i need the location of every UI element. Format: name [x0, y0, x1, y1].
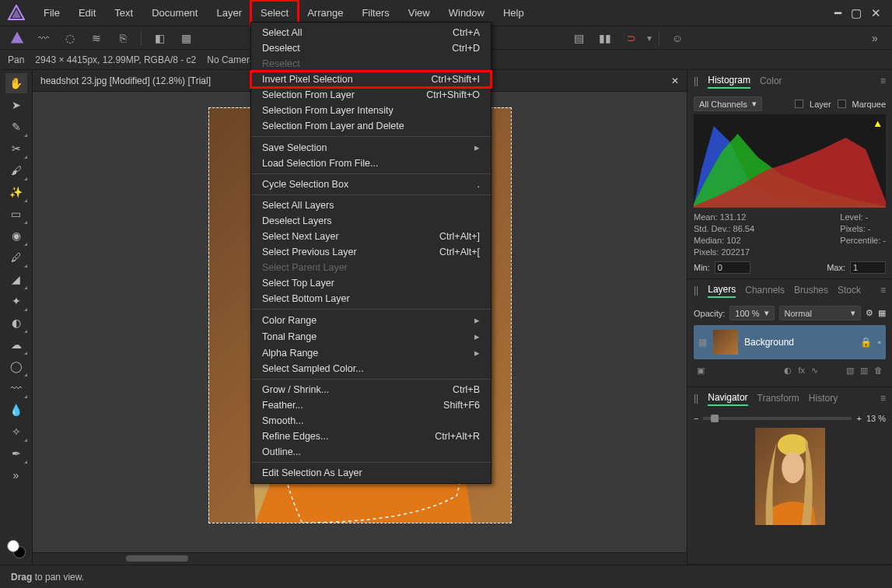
expand-tools-icon[interactable]: » [5, 465, 27, 485]
layer-row[interactable]: ▩ Background 🔒 ◦ [694, 325, 886, 359]
visibility-dot-icon[interactable]: ◦ [878, 337, 881, 348]
menu-item[interactable]: Select AllCtrl+A [251, 25, 491, 40]
selection-brush-tool-icon[interactable]: 🖌 [5, 160, 27, 180]
tab-navigator[interactable]: Navigator [708, 390, 747, 406]
menu-item[interactable]: Smooth... [251, 413, 491, 429]
move-tool-icon[interactable]: ➤ [5, 95, 27, 115]
menu-item[interactable]: Select Sampled Color... [251, 361, 491, 376]
blend-mode-dropdown[interactable]: Normal▾ [779, 306, 861, 320]
liquify-persona-icon[interactable]: 〰 [33, 29, 54, 47]
menu-item[interactable]: Select Next LayerCtrl+Alt+] [251, 229, 491, 244]
zoom-in-button[interactable]: + [856, 414, 861, 423]
tab-histogram[interactable]: Histogram [708, 73, 750, 89]
lock-icon[interactable]: 🔒 [860, 337, 872, 348]
menu-item[interactable]: Feather...Shift+F6 [251, 397, 491, 413]
menu-item[interactable]: Load Selection From File... [251, 156, 491, 171]
foreground-background-color[interactable] [7, 540, 26, 558]
tab-layers[interactable]: Layers [708, 282, 736, 298]
chevron-icon[interactable]: » [864, 29, 886, 47]
menu-layer[interactable]: Layer [207, 1, 251, 25]
menu-item[interactable]: Selection From Layer and Delete [251, 118, 491, 134]
alignment-icon[interactable]: ▮▮ [594, 29, 616, 47]
tab-brushes[interactable]: Brushes [794, 283, 828, 297]
menu-item[interactable]: Select All Layers [251, 198, 491, 213]
export-persona-icon[interactable]: ⎘ [112, 29, 134, 47]
tool-icon[interactable]: ◧ [149, 29, 170, 47]
menu-edit[interactable]: Edit [69, 1, 105, 25]
pan-tool-icon[interactable]: ✋ [5, 73, 27, 93]
inpainting-tool-icon[interactable]: ◐ [5, 313, 27, 333]
marquee-checkbox[interactable] [838, 100, 846, 108]
smudge-tool-icon[interactable]: 〰 [5, 378, 27, 398]
menu-item[interactable]: Cycle Selection Box. [251, 177, 491, 192]
tool-icon[interactable]: ▦ [175, 29, 197, 47]
pen-tool-icon[interactable]: ✒ [5, 443, 27, 464]
menu-item[interactable]: DeselectCtrl+D [251, 40, 491, 56]
close-button[interactable]: ✕ [871, 6, 881, 20]
app-icon-button[interactable] [6, 29, 28, 47]
min-input[interactable] [715, 261, 750, 274]
layer-options-icon[interactable]: ▦ [878, 308, 886, 318]
maximize-button[interactable]: ▢ [851, 6, 862, 20]
menu-item[interactable]: Tonal Range [251, 328, 491, 345]
close-tab-icon[interactable]: ✕ [671, 75, 679, 86]
color-picker-tool-icon[interactable]: ✎ [5, 117, 27, 137]
navigator-thumbnail[interactable] [755, 428, 825, 525]
menu-item[interactable]: Save Selection [251, 139, 491, 156]
marquee-tool-icon[interactable]: ▭ [5, 204, 27, 224]
layer-checkbox[interactable] [795, 100, 803, 108]
menu-file[interactable]: File [34, 1, 69, 25]
mask-icon[interactable]: ▣ [697, 366, 705, 376]
dodge-tool-icon[interactable]: ◯ [5, 356, 27, 376]
menu-item[interactable]: Deselect Layers [251, 213, 491, 229]
max-input[interactable] [850, 261, 886, 274]
group-icon[interactable]: ▥ [860, 366, 868, 376]
menu-item[interactable]: Selection From Layer Intensity [251, 103, 491, 118]
menu-document[interactable]: Document [142, 1, 207, 25]
menu-item[interactable]: Outline... [251, 444, 491, 460]
menu-item[interactable]: Invert Pixel SelectionCtrl+Shift+I [251, 72, 491, 87]
zoom-out-button[interactable]: − [694, 414, 698, 423]
panel-menu-icon[interactable]: ≡ [880, 393, 886, 404]
menu-text[interactable]: Text [105, 1, 142, 25]
menu-item[interactable]: Selection From LayerCtrl+Shift+O [251, 87, 491, 103]
develop-persona-icon[interactable]: ◌ [59, 29, 81, 47]
menu-item[interactable]: Select Top Layer [251, 275, 491, 291]
menu-item[interactable]: Select Previous LayerCtrl+Alt+[ [251, 244, 491, 260]
tab-color[interactable]: Color [760, 74, 782, 88]
blur-tool-icon[interactable]: 💧 [5, 400, 27, 420]
menu-item[interactable]: Refine Edges...Ctrl+Alt+R [251, 429, 491, 444]
menu-item[interactable]: Color Range [251, 312, 491, 328]
tonemap-persona-icon[interactable]: ≋ [86, 29, 107, 47]
channels-dropdown[interactable]: All Channels▾ [694, 96, 762, 111]
menu-item[interactable]: Select Bottom Layer [251, 291, 491, 306]
crop-tool-icon[interactable]: ✂ [5, 138, 27, 159]
menu-item[interactable]: Edit Selection As Layer [251, 465, 491, 481]
trash-icon[interactable]: 🗑 [874, 366, 883, 376]
paint-brush-tool-icon[interactable]: 🖊 [5, 247, 27, 268]
add-layer-icon[interactable]: ▧ [846, 366, 854, 376]
assistant-icon[interactable]: ☺ [666, 29, 688, 47]
fx-icon[interactable]: fx [798, 366, 805, 376]
opacity-dropdown[interactable]: 100 %▾ [729, 306, 774, 320]
sponge-tool-icon[interactable]: ☁ [5, 334, 27, 355]
menu-item[interactable]: Alpha Range [251, 345, 491, 361]
horizontal-scrollbar[interactable] [33, 552, 687, 565]
flood-fill-tool-icon[interactable]: ◉ [5, 226, 27, 246]
panel-menu-icon[interactable]: ≡ [880, 75, 886, 86]
tab-history[interactable]: History [809, 391, 838, 405]
clone-tool-icon[interactable]: ✦ [5, 291, 27, 311]
tab-stock[interactable]: Stock [838, 283, 861, 297]
snapping-icon[interactable]: ▤ [568, 29, 589, 47]
fx2-icon[interactable]: ∿ [811, 366, 818, 376]
magic-wand-tool-icon[interactable]: ✨ [5, 182, 27, 202]
adjustment-icon[interactable]: ◐ [784, 366, 792, 376]
magnet-icon[interactable]: ⊃ [621, 29, 642, 47]
panel-menu-icon[interactable]: ≡ [880, 285, 886, 296]
tab-channels[interactable]: Channels [745, 283, 785, 297]
menu-item[interactable]: Grow / Shrink...Ctrl+B [251, 382, 491, 397]
mesh-warp-tool-icon[interactable]: ✧ [5, 422, 27, 442]
tab-transform[interactable]: Transform [757, 391, 799, 405]
erase-tool-icon[interactable]: ◢ [5, 269, 27, 289]
gear-icon[interactable]: ⚙ [866, 308, 873, 318]
